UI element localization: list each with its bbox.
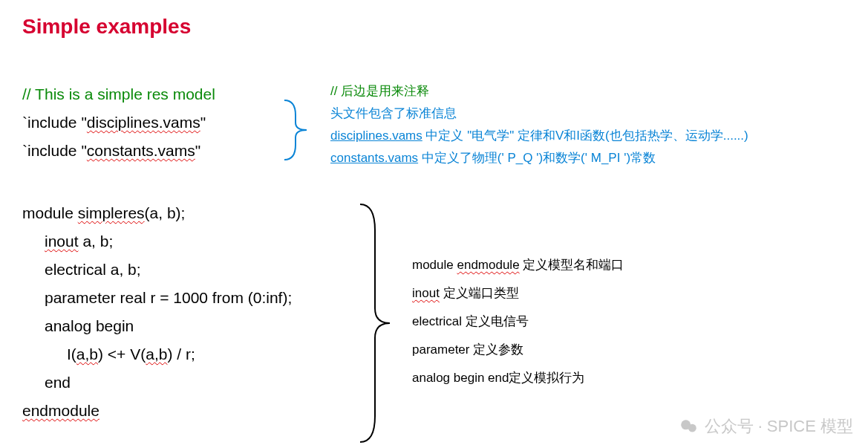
code-include-2: `include "constants.vams" [22, 137, 290, 165]
code-assignment: I(a,b) <+ V(a,b) / r; [22, 340, 342, 368]
watermark-text: 公众号 · SPICE 模型 [705, 415, 853, 438]
code-include-1: `include "disciplines.vams" [22, 108, 290, 137]
code-block-includes: // This is a simple res model `include "… [22, 80, 290, 165]
code-analog-begin: analog begin [22, 312, 342, 340]
text: inout [412, 286, 440, 300]
text: 定义端口类型 [440, 286, 519, 300]
text: endmodule [22, 402, 99, 419]
code-end: end [22, 368, 342, 397]
slide-title: Simple examples [22, 15, 846, 39]
bracket-icon [356, 201, 401, 445]
annotation-disciplines-link: disciplines.vams [330, 129, 422, 143]
annotation-parameter: parameter 定义参数 [412, 336, 624, 364]
annotation-module-endmodule: module endmodule 定义模型名和端口 [412, 251, 624, 279]
annotation-constants: constants.vams 中定义了物理(' P_Q ')和数学(' M_PI… [330, 147, 748, 169]
text: I( [67, 345, 76, 363]
code-inout: inout a, b; [22, 227, 342, 256]
text: module [412, 258, 457, 272]
text: a,b [76, 345, 98, 363]
code-comment: // This is a simple res model [22, 80, 290, 108]
slide-root: Simple examples // This is a simple res … [0, 0, 868, 445]
text: ) / r; [167, 345, 195, 363]
annotation-block-top: // 后边是用来注释 头文件包含了标准信息 disciplines.vams 中… [330, 80, 748, 169]
code-include-2-name: constants.vams [87, 142, 195, 159]
annotation-electrical: electrical 定义电信号 [412, 308, 624, 336]
text: " [200, 114, 206, 131]
text: `include " [22, 142, 87, 159]
annotation-comment: // 后边是用来注释 [330, 80, 748, 103]
text: " [195, 142, 200, 159]
text: `include " [22, 114, 87, 131]
bracket-top [281, 97, 310, 156]
code-module-decl: module simpleres(a, b); [22, 199, 342, 227]
text: 中定义 "电气学" 定律和V和I函数(也包括热学、运动学......) [422, 129, 748, 143]
text: inout [45, 233, 79, 250]
annotation-inout: inout 定义端口类型 [412, 279, 624, 308]
text: 中定义了物理(' P_Q ')和数学(' M_PI ')常数 [418, 151, 656, 165]
annotation-header-info: 头文件包含了标准信息 [330, 103, 748, 125]
text: a, b; [79, 233, 114, 250]
annotation-constants-link: constants.vams [330, 151, 418, 165]
text: endmodule [457, 258, 519, 272]
code-include-1-name: disciplines.vams [87, 114, 200, 131]
code-parameter: parameter real r = 1000 from (0:inf); [22, 284, 342, 312]
text: module [22, 204, 78, 221]
text: (a, b); [145, 204, 186, 221]
svg-point-1 [688, 424, 696, 432]
code-electrical: electrical a, b; [22, 256, 342, 284]
text: a,b [146, 345, 167, 363]
code-module-name: simpleres [78, 204, 145, 221]
annotation-analog: analog begin end定义模拟行为 [412, 364, 624, 392]
wechat-icon [679, 417, 699, 436]
code-block-module: module simpleres(a, b); inout a, b; elec… [22, 199, 342, 425]
text: 定义模型名和端口 [520, 258, 624, 272]
bracket-module [356, 201, 386, 445]
code-endmodule: endmodule [22, 397, 342, 425]
bracket-icon [281, 97, 318, 163]
annotation-block-module: module endmodule 定义模型名和端口 inout 定义端口类型 e… [412, 251, 624, 392]
watermark: 公众号 · SPICE 模型 [679, 415, 853, 438]
text: ) <+ V( [98, 345, 146, 363]
annotation-disciplines: disciplines.vams 中定义 "电气学" 定律和V和I函数(也包括热… [330, 125, 748, 147]
